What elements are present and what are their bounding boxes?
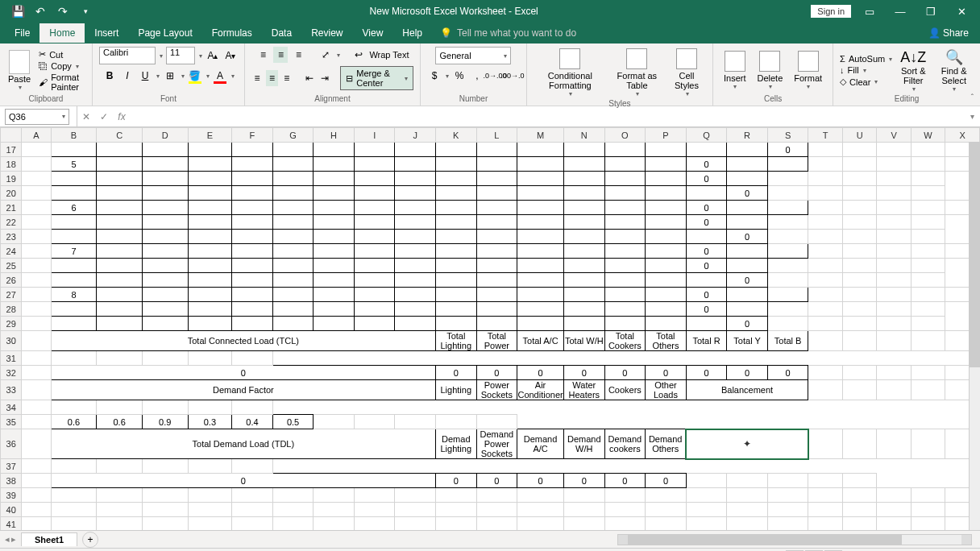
cell-Q20[interactable] (646, 186, 687, 201)
cell-K39[interactable] (436, 488, 477, 503)
align-top-icon[interactable]: ≡ (255, 47, 270, 63)
cell-P18[interactable] (646, 157, 687, 172)
row-header-26[interactable]: 26 (1, 273, 22, 288)
cell-W33[interactable] (911, 380, 945, 400)
cell-H39[interactable] (314, 488, 355, 503)
cell-B27[interactable]: 8 (51, 288, 97, 302)
cell-E23[interactable] (142, 230, 188, 244)
cell-T23[interactable] (767, 230, 808, 244)
cell-E27[interactable] (188, 288, 232, 302)
cell-U40[interactable] (842, 503, 876, 517)
cell-E41[interactable] (188, 517, 232, 531)
cell-A20[interactable] (22, 186, 51, 201)
font-size-dropdown[interactable]: 11 (166, 47, 195, 64)
cell-L19[interactable] (436, 172, 477, 186)
cell-N20[interactable] (517, 186, 564, 201)
cell-I25[interactable] (314, 259, 355, 273)
cell-W40[interactable] (911, 503, 945, 517)
cell-U18[interactable] (842, 157, 876, 172)
cell-S32[interactable]: 0 (767, 366, 808, 380)
cell-Q22[interactable] (646, 215, 687, 230)
col-header-A[interactable]: A (22, 128, 51, 143)
cell-M21[interactable] (517, 201, 564, 215)
cell-A35[interactable] (22, 415, 51, 429)
cell-U25[interactable] (808, 259, 842, 273)
sheet-tab[interactable]: Sheet1 (21, 532, 77, 546)
cell-D17[interactable] (142, 143, 188, 157)
cell-V33[interactable] (877, 380, 911, 400)
cell-J39[interactable] (395, 488, 436, 503)
cell-P32[interactable]: 0 (646, 366, 687, 380)
scroll-left-icon[interactable] (618, 535, 628, 545)
align-left-icon[interactable]: ≡ (251, 70, 263, 86)
cell-O24[interactable] (604, 244, 646, 259)
cell-H21[interactable] (314, 201, 355, 215)
cell-Q33[interactable]: Balancement (686, 380, 808, 400)
cell-E20[interactable] (142, 186, 188, 201)
select-all-button[interactable] (1, 128, 22, 143)
vertical-scrollbar[interactable] (969, 142, 980, 530)
cell-A25[interactable] (22, 259, 51, 273)
cell-N23[interactable] (517, 230, 564, 244)
cell-O21[interactable] (604, 201, 646, 215)
cell-H41[interactable] (314, 517, 355, 531)
cell-W24[interactable] (911, 244, 945, 259)
cell-B18[interactable]: 5 (51, 157, 97, 172)
cell-K30[interactable]: Total Lighting (436, 331, 477, 351)
cell-E28[interactable] (142, 302, 188, 317)
cell-I39[interactable] (354, 488, 395, 503)
cell-T26[interactable] (767, 273, 808, 288)
cell-V18[interactable] (877, 157, 911, 172)
cell-L40[interactable] (476, 503, 517, 517)
cell-R28[interactable]: 0 (686, 302, 727, 317)
tab-data[interactable]: Data (262, 23, 301, 43)
cell-F27[interactable] (232, 288, 273, 302)
cell-G18[interactable] (272, 157, 314, 172)
cell-L29[interactable] (436, 317, 477, 331)
row-header-29[interactable]: 29 (1, 317, 22, 331)
cell-D29[interactable] (97, 317, 143, 331)
cell-R22[interactable]: 0 (686, 215, 727, 230)
cell-A34[interactable] (22, 400, 51, 415)
cell-H23[interactable] (272, 230, 314, 244)
cell-K28[interactable] (395, 302, 436, 317)
cell-P35[interactable]: 0.5 (272, 415, 314, 429)
cell-P27[interactable] (646, 288, 687, 302)
row-header-24[interactable]: 24 (1, 244, 22, 259)
cell-P21[interactable] (646, 201, 687, 215)
cell-V25[interactable] (842, 259, 876, 273)
bold-button[interactable]: B (102, 68, 117, 84)
cell-K26[interactable] (395, 273, 436, 288)
cell-K32[interactable]: 0 (436, 366, 477, 380)
row-header-17[interactable]: 17 (1, 143, 22, 157)
cell-R21[interactable] (727, 201, 768, 215)
comma-format-icon[interactable]: , (470, 68, 484, 84)
cell-W21[interactable] (911, 201, 945, 215)
cell-C26[interactable] (51, 273, 97, 288)
cell-W31[interactable] (188, 351, 232, 366)
tab-insert[interactable]: Insert (85, 23, 128, 43)
cell-A18[interactable] (22, 157, 51, 172)
cell-W20[interactable] (877, 186, 911, 201)
cell-N21[interactable] (564, 201, 605, 215)
cell-G24[interactable] (272, 244, 314, 259)
cell-A33[interactable] (22, 380, 51, 400)
col-header-X[interactable]: X (945, 128, 980, 143)
cell-C40[interactable] (97, 503, 143, 517)
cell-T41[interactable] (808, 517, 842, 531)
cell-A40[interactable] (22, 503, 51, 517)
cell-L18[interactable] (476, 157, 517, 172)
cell-A26[interactable] (22, 273, 51, 288)
cell-D27[interactable] (142, 288, 188, 302)
cell-I20[interactable] (314, 186, 355, 201)
cell-O35[interactable]: 0.4 (232, 415, 273, 429)
cell-K22[interactable] (395, 215, 436, 230)
col-header-V[interactable]: V (877, 128, 911, 143)
col-header-E[interactable]: E (188, 128, 232, 143)
tab-page-layout[interactable]: Page Layout (128, 23, 201, 43)
col-header-U[interactable]: U (842, 128, 876, 143)
cell-V20[interactable] (842, 186, 876, 201)
cell-K29[interactable] (395, 317, 436, 331)
cell-P39[interactable] (646, 488, 687, 503)
orientation-icon[interactable]: ⤢ (318, 47, 333, 63)
